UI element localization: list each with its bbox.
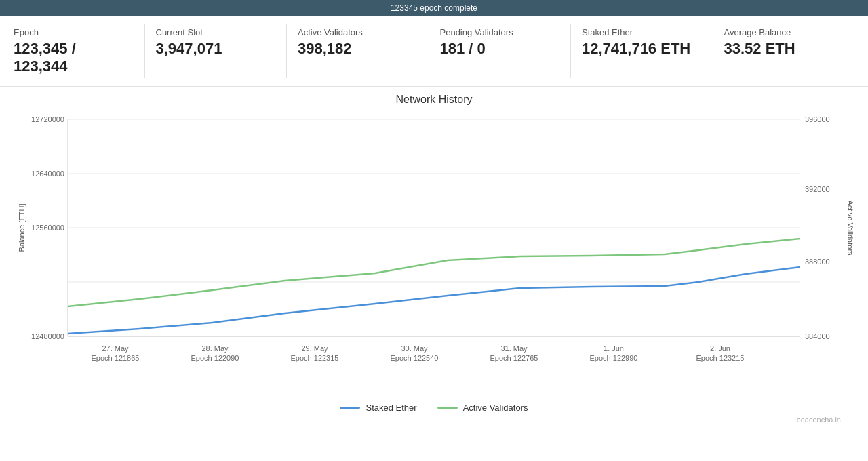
stat-active-validators: Active Validators 398,182	[287, 24, 429, 78]
svg-text:Epoch 122765: Epoch 122765	[490, 354, 538, 362]
svg-text:31. May: 31. May	[500, 344, 528, 353]
stat-slot-value: 3,947,071	[156, 40, 276, 58]
legend-active-validators: Active Validators	[437, 403, 528, 413]
svg-text:29. May: 29. May	[301, 344, 328, 353]
svg-text:28. May: 28. May	[201, 344, 229, 353]
chart-legend: Staked Ether Active Validators	[14, 403, 854, 413]
stat-avg-balance: Average Balance 33.52 ETH	[713, 24, 855, 78]
svg-text:12720000: 12720000	[31, 115, 64, 123]
staked-ether-line-icon	[340, 407, 360, 409]
svg-text:392000: 392000	[805, 185, 830, 193]
svg-text:384000: 384000	[805, 332, 830, 340]
svg-text:Epoch 123215: Epoch 123215	[696, 354, 745, 362]
stat-active-label: Active Validators	[298, 27, 418, 37]
stat-pending-label: Pending Validators	[440, 27, 560, 37]
svg-text:12560000: 12560000	[31, 224, 64, 232]
legend-staked-ether-label: Staked Ether	[366, 403, 416, 413]
svg-text:Balance [ETH]: Balance [ETH]	[18, 204, 26, 252]
chart-svg: 12720000 12640000 12560000 12480000 3960…	[14, 113, 854, 377]
svg-text:12640000: 12640000	[31, 169, 64, 178]
stat-avg-value: 33.52 ETH	[724, 40, 844, 58]
chart-container: Network History 12720000 12640000 125600…	[0, 87, 868, 424]
svg-text:Epoch 122990: Epoch 122990	[590, 354, 638, 362]
svg-text:Epoch 122315: Epoch 122315	[291, 354, 339, 362]
stat-avg-label: Average Balance	[724, 27, 844, 37]
stat-staked-value: 12,741,716 ETH	[582, 40, 702, 58]
stat-slot-label: Current Slot	[156, 27, 276, 37]
svg-text:2. Jun: 2. Jun	[710, 344, 730, 353]
banner-text: 123345 epoch complete	[391, 3, 477, 13]
svg-text:Epoch 122090: Epoch 122090	[191, 354, 239, 362]
svg-text:Epoch 121865: Epoch 121865	[92, 354, 140, 362]
svg-text:27. May: 27. May	[102, 344, 129, 353]
legend-staked-ether: Staked Ether	[340, 403, 416, 413]
stat-epoch: Epoch 123,345 / 123,344	[14, 24, 145, 78]
svg-text:396000: 396000	[805, 115, 830, 123]
stat-epoch-label: Epoch	[14, 27, 134, 37]
svg-text:Active Validators: Active Validators	[846, 200, 854, 256]
svg-text:Epoch 122540: Epoch 122540	[391, 354, 439, 362]
stats-bar: Epoch 123,345 / 123,344 Current Slot 3,9…	[0, 16, 868, 87]
active-validators-line-icon	[437, 407, 458, 409]
stat-active-value: 398,182	[298, 40, 418, 58]
chart-title: Network History	[14, 94, 854, 106]
svg-text:388000: 388000	[805, 258, 830, 266]
stat-epoch-value: 123,345 / 123,344	[14, 40, 134, 75]
svg-text:1. Jun: 1. Jun	[604, 344, 624, 353]
svg-text:30. May: 30. May	[401, 344, 428, 353]
stat-current-slot: Current Slot 3,947,071	[145, 24, 288, 78]
legend-active-validators-label: Active Validators	[463, 403, 528, 413]
svg-text:12480000: 12480000	[31, 332, 64, 340]
stat-pending-validators: Pending Validators 181 / 0	[429, 24, 572, 78]
watermark: beaconcha.in	[14, 416, 854, 424]
stat-staked-label: Staked Ether	[582, 27, 702, 37]
epoch-banner: 123345 epoch complete	[0, 0, 868, 16]
stat-staked-ether: Staked Ether 12,741,716 ETH	[571, 24, 713, 78]
chart-area: 12720000 12640000 12560000 12480000 3960…	[14, 113, 854, 397]
stat-pending-value: 181 / 0	[440, 40, 560, 58]
